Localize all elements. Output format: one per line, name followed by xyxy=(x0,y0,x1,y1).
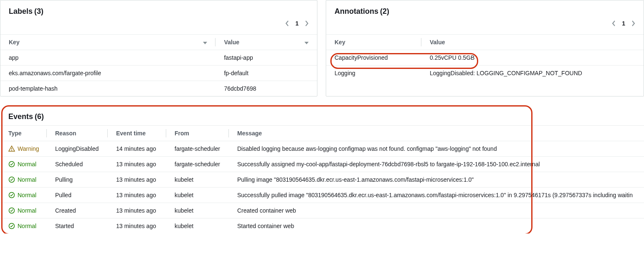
events-col-time[interactable]: Event time xyxy=(108,126,166,141)
event-from: fargate-scheduler xyxy=(166,157,229,172)
event-type: Normal xyxy=(0,172,47,188)
labels-header: Labels (3) 1 xyxy=(0,0,317,34)
annotations-col-value[interactable]: Value xyxy=(421,35,644,50)
annotations-title: Annotations xyxy=(335,7,378,15)
event-reason: Started xyxy=(47,218,108,234)
labels-col-value[interactable]: Value xyxy=(216,35,317,50)
events-col-type[interactable]: Type xyxy=(0,126,47,141)
event-type: Normal xyxy=(0,203,47,218)
annotation-key: Logging xyxy=(326,66,421,81)
labels-col-key[interactable]: Key xyxy=(0,35,216,50)
sort-icon[interactable] xyxy=(304,39,309,46)
event-message: Successfully pulled image "803190564635.… xyxy=(229,188,644,203)
label-value: fastapi-app xyxy=(216,50,317,66)
event-type-label: Warning xyxy=(18,145,39,152)
labels-pager: 1 xyxy=(9,16,309,29)
annotations-col-key-label: Key xyxy=(335,39,345,46)
labels-panel: Labels (3) 1 Key Value xyxy=(0,0,317,96)
label-key: eks.amazonaws.com/fargate-profile xyxy=(0,66,216,81)
sort-icon[interactable] xyxy=(203,39,207,46)
events-title: Events xyxy=(8,112,33,121)
event-reason: Pulling xyxy=(47,172,108,188)
event-time: 13 minutes ago xyxy=(108,188,166,203)
label-value: fp-default xyxy=(216,66,317,81)
table-row: CapacityProvisioned 0.25vCPU 0.5GB xyxy=(326,50,644,66)
event-time: 13 minutes ago xyxy=(108,172,166,188)
annotation-key-text: CapacityProvisioned xyxy=(335,54,388,61)
events-col-message-label: Message xyxy=(237,130,262,137)
event-reason: Created xyxy=(47,203,108,218)
events-col-message[interactable]: Message xyxy=(229,126,644,141)
check-circle-icon xyxy=(8,176,15,183)
table-row: WarningLoggingDisabled14 minutes agofarg… xyxy=(0,141,644,157)
event-from: kubelet xyxy=(166,203,229,218)
chevron-left-icon[interactable] xyxy=(612,20,616,27)
event-type-label: Normal xyxy=(18,176,36,183)
event-message: Pulling image "803190564635.dkr.ecr.us-e… xyxy=(229,172,644,188)
annotation-value: LoggingDisabled: LOGGING_CONFIGMAP_NOT_F… xyxy=(421,66,644,81)
event-reason: Scheduled xyxy=(47,157,108,172)
event-type-label: Normal xyxy=(18,192,36,198)
annotation-value: 0.25vCPU 0.5GB xyxy=(421,50,644,66)
labels-col-value-label: Value xyxy=(224,39,239,46)
event-type-label: Normal xyxy=(18,161,36,168)
event-message: Successfully assigned my-cool-app/fastap… xyxy=(229,157,644,172)
events-col-time-label: Event time xyxy=(116,130,146,137)
table-row: Logging LoggingDisabled: LOGGING_CONFIGM… xyxy=(326,66,644,81)
table-row: eks.amazonaws.com/fargate-profile fp-def… xyxy=(0,66,317,81)
event-type: Normal xyxy=(0,157,47,172)
chevron-right-icon[interactable] xyxy=(631,20,635,27)
annotations-col-key[interactable]: Key xyxy=(326,35,421,50)
event-message: Started container web xyxy=(229,218,644,234)
table-row: NormalPulling13 minutes agokubeletPullin… xyxy=(0,172,644,188)
table-row: NormalCreated13 minutes agokubeletCreate… xyxy=(0,203,644,218)
check-circle-icon xyxy=(8,192,15,198)
check-circle-icon xyxy=(8,207,15,214)
annotations-header: Annotations (2) 1 xyxy=(326,0,644,34)
check-circle-icon xyxy=(8,161,15,168)
event-type: Normal xyxy=(0,218,47,234)
annotation-key: CapacityProvisioned xyxy=(326,50,421,66)
table-row: NormalPulled13 minutes agokubeletSuccess… xyxy=(0,188,644,203)
check-circle-icon xyxy=(8,223,15,229)
annotations-col-value-label: Value xyxy=(430,39,445,46)
events-col-from[interactable]: From xyxy=(166,126,229,141)
events-col-from-label: From xyxy=(175,130,189,137)
events-panel: Events (6) Type Reason Event time From M… xyxy=(0,107,644,234)
event-reason: Pulled xyxy=(47,188,108,203)
event-time: 13 minutes ago xyxy=(108,218,166,234)
annotations-page-number: 1 xyxy=(622,20,625,27)
table-row: pod-template-hash 76dcbd7698 xyxy=(0,81,317,96)
event-from: kubelet xyxy=(166,188,229,203)
annotations-count: (2) xyxy=(380,7,389,15)
event-message: Disabled logging because aws-logging con… xyxy=(229,141,644,157)
events-col-type-label: Type xyxy=(8,130,22,137)
warning-icon xyxy=(8,145,15,152)
label-key: app xyxy=(0,50,216,66)
event-type: Normal xyxy=(0,188,47,203)
events-count: (6) xyxy=(35,112,44,121)
labels-count: (3) xyxy=(34,7,43,15)
event-type: Warning xyxy=(0,141,47,157)
events-col-reason[interactable]: Reason xyxy=(47,126,108,141)
table-row: NormalScheduled13 minutes agofargate-sch… xyxy=(0,157,644,172)
event-from: fargate-scheduler xyxy=(166,141,229,157)
table-row: NormalStarted13 minutes agokubeletStarte… xyxy=(0,218,644,234)
chevron-left-icon[interactable] xyxy=(285,20,289,27)
event-time: 13 minutes ago xyxy=(108,157,166,172)
event-time: 14 minutes ago xyxy=(108,141,166,157)
annotations-table: Key Value CapacityProvisioned 0.25vC xyxy=(326,34,644,81)
svg-point-1 xyxy=(11,150,12,151)
event-from: kubelet xyxy=(166,218,229,234)
event-time: 13 minutes ago xyxy=(108,203,166,218)
event-reason: LoggingDisabled xyxy=(47,141,108,157)
labels-table: Key Value app fastapi-app eks.amazonaws.… xyxy=(0,34,317,96)
event-type-label: Normal xyxy=(18,223,36,229)
event-type-label: Normal xyxy=(18,207,36,214)
events-header: Events (6) xyxy=(0,107,644,125)
chevron-right-icon[interactable] xyxy=(304,20,309,27)
events-wrap: Events (6) Type Reason Event time From M… xyxy=(0,107,644,234)
labels-title: Labels xyxy=(9,7,33,15)
annotations-panel: Annotations (2) 1 Key Value xyxy=(326,0,644,96)
events-col-reason-label: Reason xyxy=(55,130,76,137)
